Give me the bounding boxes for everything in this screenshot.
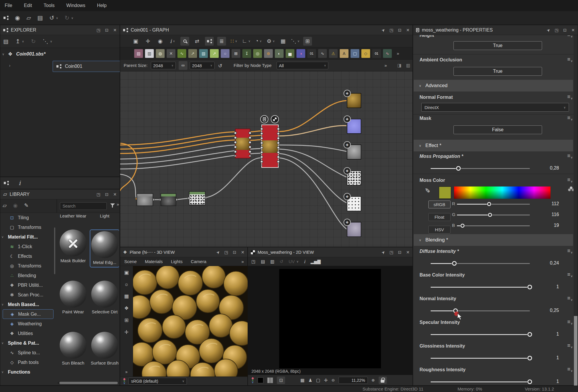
preset-menu-icon[interactable]: ≡∨ (567, 343, 572, 348)
normal-format-select[interactable]: DirectX∨ (421, 103, 569, 112)
frame-icon[interactable]: ▢ (316, 378, 320, 383)
light-icon[interactable]: ☼ (124, 282, 129, 287)
geometry-icon[interactable]: ❖ (124, 305, 129, 311)
colorspace-select[interactable]: sRGB (default)∨ (128, 378, 187, 385)
image-node-icon[interactable]: ▨ (134, 49, 143, 58)
text-node-icon[interactable]: A (340, 49, 348, 58)
fill-node-icon[interactable]: ◇ (361, 49, 370, 58)
frame-node-icon[interactable]: ▢ (351, 49, 359, 58)
warp-node-icon[interactable]: ▧ (199, 49, 208, 58)
display-icon[interactable]: ▣ (124, 270, 129, 276)
menu-edit[interactable]: Edit (24, 3, 32, 8)
hue-gradient-bar[interactable] (454, 186, 551, 199)
grid-icon[interactable]: ▦ (300, 378, 304, 383)
actual-size-icon[interactable]: ✛ (144, 37, 152, 46)
overflow-icon[interactable]: » (241, 259, 244, 264)
library-category-material-filt[interactable]: Material Filt... (0, 232, 56, 242)
ao-toggle-button[interactable]: True (453, 67, 542, 76)
library-asset-selective-dirt[interactable]: Selective Dirt (90, 281, 119, 315)
uv-select[interactable]: UV∨ (289, 259, 299, 264)
menu-help[interactable]: Help (97, 3, 107, 8)
view3d-menu-materials[interactable]: Materials (145, 259, 163, 264)
edit-icon[interactable]: ✎ (24, 202, 29, 209)
menu-tools[interactable]: Tools (44, 3, 54, 8)
preset-menu-icon[interactable]: ≡∨ (567, 296, 572, 301)
close-icon[interactable]: ✕ (113, 28, 117, 32)
zoom-out-icon[interactable]: ⊖ (332, 378, 335, 382)
graph-node-mask[interactable] (189, 191, 206, 205)
float-icon[interactable]: ◳ (389, 250, 393, 255)
mannequin-icon[interactable]: ♟ (308, 378, 312, 383)
library-asset-metal-edg[interactable]: Metal Edg... (90, 229, 119, 267)
menu-file[interactable]: File (5, 3, 12, 8)
directional-blur-icon[interactable]: ↗ (188, 49, 197, 58)
save-icon[interactable]: ▤ (3, 38, 8, 45)
grayscale-node-icon[interactable]: 01 (307, 49, 316, 58)
preset-menu-icon[interactable]: ≡∨ (567, 367, 572, 372)
material-icon[interactable]: ▦ (124, 293, 129, 299)
gradient-node-icon[interactable]: ↧ (242, 49, 251, 58)
save-view-icon[interactable]: ▤ (261, 259, 265, 264)
view3d-viewport[interactable] (133, 266, 247, 377)
undo-icon[interactable]: ↺∨ (49, 14, 58, 21)
gizmo-icon[interactable]: ✛ (124, 329, 128, 335)
library-category-mask-ge[interactable]: ◈Mask Ge... (3, 309, 54, 319)
library-asset-surface-brush[interactable]: Surface Brush (90, 332, 119, 366)
search-icon[interactable] (180, 37, 189, 46)
blur-node-icon[interactable]: ◍ (156, 49, 165, 58)
view2d-viewport[interactable]: 2048 x 2048 (RGBA, 8bpc) (248, 266, 413, 375)
lock-zoom-icon[interactable] (379, 377, 387, 384)
pin-icon[interactable]: ➤ (380, 27, 386, 33)
zoom-level-input[interactable] (339, 377, 368, 384)
new-package-icon[interactable]: ◉ (15, 14, 20, 21)
filter-icon[interactable] (110, 203, 115, 208)
preset-menu-icon[interactable]: ≡∨ (567, 116, 572, 121)
new-substance-icon[interactable] (4, 16, 8, 20)
reload-icon[interactable]: ↻ (31, 38, 36, 45)
colorspace-stack-icon[interactable]: ◆∨∨ (251, 377, 254, 383)
add-folder-icon[interactable]: ▱ (3, 202, 7, 209)
maximize-icon[interactable]: ⊡ (398, 28, 402, 32)
redo-icon[interactable]: ↻∨ (65, 14, 73, 21)
connector-icon[interactable]: ∟∨ (242, 37, 251, 46)
splatter-node-icon[interactable]: ⊞ (232, 49, 240, 58)
maximize-icon[interactable]: ⊡ (105, 28, 109, 32)
tree-item-graph[interactable]: Coin001 (53, 61, 125, 72)
library-category-spline-pat[interactable]: Spline & Pat... (0, 338, 56, 348)
save-icon[interactable]: ▤ (37, 14, 43, 21)
close-icon[interactable]: ✕ (113, 192, 117, 197)
library-category-scan-proc[interactable]: ✻Scan Proc... (0, 290, 56, 300)
colorspace-stack-icon[interactable]: ◆∨∨ (123, 378, 125, 384)
mask-toggle-button[interactable]: False (453, 125, 542, 134)
graph-node-blend[interactable] (235, 129, 250, 158)
preset-menu-icon[interactable]: ≡∨ (567, 95, 572, 100)
maximize-icon[interactable]: ⊡ (233, 250, 237, 255)
close-icon[interactable]: ✕ (241, 250, 244, 255)
warning-node-icon[interactable]: ⚠ (329, 49, 338, 58)
view3d-menu-scene[interactable]: Scene (124, 259, 137, 264)
parent-size-height-select[interactable]: 2048∨ (190, 62, 215, 69)
float-icon[interactable]: ◳ (96, 192, 100, 197)
blend-node-icon[interactable]: ▥ (145, 49, 154, 58)
info-icon[interactable]: i∨ (168, 37, 177, 46)
uv-grid-icon[interactable]: ⊞ (124, 317, 128, 323)
shape-node-icon[interactable]: ○ (221, 49, 230, 58)
library-category-1-click[interactable]: ≋1-Click (0, 242, 56, 251)
chevron-down-icon[interactable]: ∨ (2, 52, 4, 56)
link-sizes-icon[interactable]: ∞ (179, 61, 187, 70)
slider-track[interactable] (431, 310, 530, 311)
slider-track[interactable] (457, 215, 530, 215)
pin-icon[interactable]: ➤ (215, 249, 221, 255)
chevron-right-icon[interactable]: › (9, 63, 11, 68)
output-node-basecolor[interactable]: ❖ (347, 93, 361, 108)
library-category-tiling[interactable]: ⊡Tiling (0, 213, 56, 222)
library-asset-mask-builder[interactable]: Mask Builder (58, 229, 88, 263)
slider-track[interactable] (431, 287, 530, 288)
view3d-menu-lights[interactable]: Lights (171, 259, 182, 264)
float-icon[interactable]: ◳ (389, 28, 393, 32)
graph-node-grayscale[interactable] (137, 193, 153, 206)
pixel-processor-icon[interactable]: 01 (372, 49, 381, 58)
library-category-spline-to[interactable]: ∿Spline to... (0, 348, 56, 358)
library-asset-light[interactable]: Light (90, 213, 119, 219)
close-icon[interactable]: ✕ (406, 250, 410, 255)
